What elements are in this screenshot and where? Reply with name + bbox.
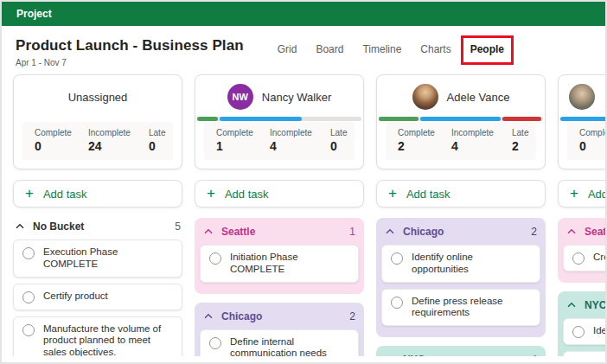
stat-late: Late0 xyxy=(149,128,165,153)
person-row xyxy=(559,82,605,112)
person-row: NWNancy Walker xyxy=(195,82,363,112)
task-card[interactable]: Identify online opportunities xyxy=(381,245,540,283)
task-checkbox[interactable] xyxy=(391,252,403,265)
bucket-header: NYC4 xyxy=(381,351,540,356)
chevron-up-icon[interactable] xyxy=(203,227,214,237)
tab-charts[interactable]: Charts xyxy=(412,40,458,59)
task-card[interactable]: Define internal communication needs xyxy=(200,329,359,356)
task-card[interactable]: Initiation Phase COMPLETE xyxy=(200,245,359,283)
stat-label: Complete xyxy=(216,128,256,137)
task-checkbox[interactable] xyxy=(572,252,585,265)
bucket-count: 5 xyxy=(175,220,181,233)
person-card[interactable]: NWNancy WalkerComplete1Incomplete4Late0 xyxy=(195,74,364,169)
chevron-up-icon[interactable] xyxy=(566,227,577,237)
task-card[interactable]: Manufacture the volume of product planne… xyxy=(13,316,182,356)
task-card[interactable]: Certify product xyxy=(13,284,182,310)
task-card[interactable]: Kickof xyxy=(563,351,605,356)
task-checkbox[interactable] xyxy=(572,326,585,338)
tab-timeline[interactable]: Timeline xyxy=(355,40,409,59)
task-title: Define press release requirements xyxy=(412,296,531,320)
stat-label: Late xyxy=(330,128,347,137)
plus-icon: + xyxy=(207,186,215,201)
stat-value: 0 xyxy=(579,139,605,153)
task-checkbox[interactable] xyxy=(22,324,35,336)
tab-people[interactable]: People xyxy=(463,40,512,59)
app-bar: Project xyxy=(2,2,605,26)
task-checkbox[interactable] xyxy=(22,247,35,259)
person-card[interactable]: Adele VanceComplete2Incomplete4Late2 xyxy=(376,74,546,169)
task-checkbox[interactable] xyxy=(22,291,35,303)
task-card[interactable]: Identi xyxy=(563,318,605,345)
tab-grid[interactable]: Grid xyxy=(270,40,305,59)
person-card[interactable]: Complete0 xyxy=(558,74,605,169)
bucket-seattle: SeattleCreate xyxy=(558,218,605,283)
bucket-chicago: Chicago2Identify online opportunitiesDef… xyxy=(376,218,546,337)
chevron-up-icon[interactable] xyxy=(566,300,577,310)
task-card[interactable]: Execution Phase COMPLETE xyxy=(13,239,182,278)
add-task-button[interactable]: +Add task xyxy=(13,180,182,208)
stat-label: Complete xyxy=(35,128,74,137)
person-row: Adele Vance xyxy=(377,82,545,112)
progress-bar xyxy=(197,117,361,121)
plus-icon: + xyxy=(570,186,578,201)
add-task-button[interactable]: +Add task xyxy=(195,180,364,208)
person-card[interactable]: UnassignedComplete0Incomplete24Late0 xyxy=(13,74,182,169)
page-title: Product Launch - Business Plan xyxy=(16,37,244,54)
title-block: Product Launch - Business Plan Apr 1 - N… xyxy=(16,37,244,67)
stat-value: 24 xyxy=(88,139,135,153)
bucket-name: No Bucket xyxy=(33,220,84,233)
person-name: Adele Vance xyxy=(447,91,510,104)
bucket-no-bucket: No Bucket5Execution Phase COMPLETECertif… xyxy=(13,218,182,356)
chevron-up-icon[interactable] xyxy=(385,354,395,356)
stats-panel: Complete2Incomplete4Late2 xyxy=(386,122,536,160)
stat-value: 0 xyxy=(149,139,165,153)
stat-value: 4 xyxy=(270,139,316,153)
page-header: Product Launch - Business Plan Apr 1 - N… xyxy=(2,26,605,71)
bucket-name: Chicago xyxy=(221,310,262,322)
task-checkbox[interactable] xyxy=(391,297,403,309)
person-name: Unassigned xyxy=(68,91,128,104)
stat-value: 1 xyxy=(216,139,256,153)
bucket-name: NYC xyxy=(403,354,425,356)
stat-value: 0 xyxy=(35,139,74,153)
person-column: Adele VanceComplete2Incomplete4Late2+Add… xyxy=(376,74,546,356)
bucket-header: No Bucket5 xyxy=(13,218,182,239)
bucket-name: Chicago xyxy=(403,226,444,238)
stat-value: 2 xyxy=(398,139,438,153)
add-task-button[interactable]: +Add task xyxy=(558,180,605,208)
bucket-name: Seattle xyxy=(221,226,255,238)
task-checkbox[interactable] xyxy=(209,252,221,265)
task-card[interactable]: Define press release requirements xyxy=(381,289,540,327)
add-task-label: Add task xyxy=(588,188,605,201)
chevron-up-icon[interactable] xyxy=(15,221,25,232)
stat-late: Late2 xyxy=(512,128,528,153)
stat-value: 4 xyxy=(451,139,498,153)
task-checkbox[interactable] xyxy=(209,337,221,349)
tab-board[interactable]: Board xyxy=(308,40,351,59)
chevron-up-icon[interactable] xyxy=(203,311,214,322)
bucket-header: Seattle1 xyxy=(200,223,359,245)
chevron-up-icon[interactable] xyxy=(385,227,395,237)
stat-complete: Complete0 xyxy=(579,128,605,153)
stats-panel: Complete0 xyxy=(567,122,605,160)
stat-label: Complete xyxy=(398,128,438,137)
stat-label: Late xyxy=(149,128,165,137)
person-row: Unassigned xyxy=(14,82,182,112)
avatar: NW xyxy=(227,84,253,110)
project-date-range: Apr 1 - Nov 7 xyxy=(16,58,244,67)
bucket-header: NYC xyxy=(563,297,605,318)
person-name: Nancy Walker xyxy=(262,91,331,104)
add-task-label: Add task xyxy=(225,188,269,201)
add-task-button[interactable]: +Add task xyxy=(376,180,546,208)
bucket-count: 2 xyxy=(349,310,355,322)
person-column: Complete0+Add taskSeattleCreateNYCIdenti… xyxy=(558,74,605,356)
stats-panel: Complete0Incomplete24Late0 xyxy=(22,122,173,160)
stat-complete: Complete1 xyxy=(216,128,256,153)
bucket-name: NYC xyxy=(585,299,605,311)
bucket-count: 4 xyxy=(531,354,537,356)
stat-value: 0 xyxy=(330,139,347,153)
bucket-nyc: NYCIdentiKickof xyxy=(558,291,605,356)
progress-segment-late xyxy=(502,117,542,121)
task-card[interactable]: Create xyxy=(563,245,605,271)
stat-incomplete: Incomplete4 xyxy=(451,128,498,153)
